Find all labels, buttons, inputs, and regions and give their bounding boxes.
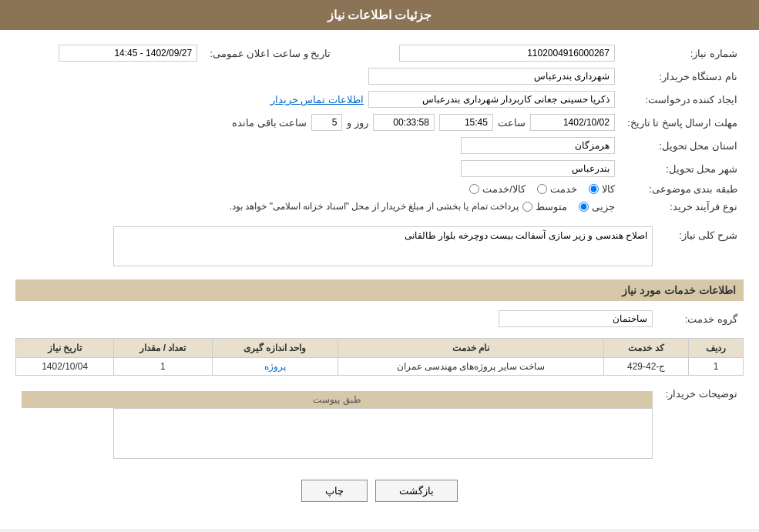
back-button[interactable]: بازگشت — [375, 480, 458, 502]
table-row: مهلت ارسال پاسخ تا تاریخ: ساعت روز و ساع… — [15, 111, 744, 134]
process-jozyi-item: جزیی — [579, 201, 615, 212]
city-label: شهر محل تحویل: — [621, 157, 744, 180]
category-khedmat-label: خدمت — [550, 183, 577, 195]
process-type-label: نوع فرآیند خرید: — [621, 198, 744, 216]
table-row: طبقه بندی موضوعی: کالا خدمت کالا/خدمت — [15, 180, 744, 198]
general-desc-label: شرح کلی نیاز: — [659, 223, 744, 272]
process-radio-group: جزیی متوسط — [522, 201, 615, 212]
creator-input[interactable] — [368, 91, 615, 108]
table-row: شهر محل تحویل: — [15, 157, 744, 180]
category-kala-label: کالا — [602, 183, 615, 195]
col-service-code: کد خدمت — [604, 339, 689, 358]
need-number-label: شماره نیاز: — [621, 42, 744, 65]
buyer-notes-label: توضیحات خریدار: — [659, 382, 744, 464]
category-khedmat-item: خدمت — [537, 183, 577, 195]
city-cell — [15, 157, 621, 180]
table-row: شرح کلی نیاز: اصلاح هندسی و زیر سازی آسف… — [15, 223, 744, 272]
table-row: توضیحات خریدار: طبق پیوست — [15, 382, 744, 464]
creator-label: ایجاد کننده درخواست: — [621, 88, 744, 111]
response-time-input[interactable] — [439, 114, 493, 131]
category-kala-khedmat-item: کالا/خدمت — [469, 183, 526, 195]
category-kala-khedmat-label: کالا/خدمت — [482, 183, 526, 195]
table-row: ایجاد کننده درخواست: اطلاعات تماس خریدار — [15, 88, 744, 111]
city-input[interactable] — [461, 160, 615, 177]
days-label: روز و — [347, 117, 368, 129]
info-table: شماره نیاز: تاریخ و ساعت اعلان عمومی: نا… — [15, 42, 744, 216]
cell-service-name: ساخت سایر پروژه‌های مهندسی عمران — [338, 358, 604, 376]
announce-date-input[interactable] — [59, 45, 197, 62]
print-button[interactable]: چاپ — [301, 480, 368, 502]
response-date-input[interactable] — [530, 114, 615, 131]
col-row-num: ردیف — [688, 339, 743, 358]
button-bar: بازگشت چاپ — [15, 480, 744, 502]
category-khedmat-radio[interactable] — [537, 184, 547, 194]
days-input[interactable] — [311, 114, 342, 131]
service-group-cell — [15, 307, 659, 330]
cell-unit: پروژه — [212, 358, 338, 376]
services-table-body: 1 ج-42-429 ساخت سایر پروژه‌های مهندسی عم… — [16, 358, 744, 376]
table-row: نوع فرآیند خرید: جزیی متوسط — [15, 198, 744, 216]
col-unit: واحد اندازه گیری — [212, 339, 338, 358]
remaining-time-input[interactable] — [373, 114, 435, 131]
col-service-name: نام خدمت — [338, 339, 604, 358]
buyer-notes-cell: طبق پیوست — [15, 382, 659, 464]
announce-date-label: تاریخ و ساعت اعلان عمومی: — [203, 42, 337, 65]
cell-quantity: 1 — [114, 358, 212, 376]
buyer-notes-table: توضیحات خریدار: طبق پیوست — [15, 382, 744, 464]
table-row: 1 ج-42-429 ساخت سایر پروژه‌های مهندسی عم… — [16, 358, 744, 376]
province-label: استان محل تحویل: — [621, 134, 744, 157]
attachment-label: طبق پیوست — [22, 391, 653, 408]
service-group-table: گروه خدمت: — [15, 307, 744, 330]
buyer-org-cell — [15, 65, 621, 88]
service-group-input[interactable] — [499, 310, 653, 327]
cell-row-num: 1 — [688, 358, 743, 376]
buyer-org-label: نام دستگاه خریدار: — [621, 65, 744, 88]
province-cell — [15, 134, 621, 157]
table-row: استان محل تحویل: — [15, 134, 744, 157]
process-jozyi-label: جزیی — [592, 201, 615, 212]
general-desc-cell: اصلاح هندسی و زیر سازی آسفالت بیست دوچرخ… — [15, 223, 659, 272]
process-type-row: جزیی متوسط پرداخت تمام یا بخشی از مبلغ خ… — [22, 201, 615, 212]
page-title: جزئیات اطلاعات نیاز — [327, 8, 432, 22]
process-description: پرداخت تمام یا بخشی از مبلغ خریدار از مح… — [230, 201, 519, 212]
contact-link[interactable]: اطلاعات تماس خریدار — [270, 94, 364, 105]
cell-need-date: 1402/10/04 — [16, 358, 114, 376]
buyer-org-input[interactable] — [368, 68, 615, 85]
response-time-label: ساعت — [498, 117, 526, 129]
category-kala-item: کالا — [589, 183, 615, 195]
category-label: طبقه بندی موضوعی: — [621, 180, 744, 198]
services-table-header: ردیف کد خدمت نام خدمت واحد اندازه گیری ت… — [16, 339, 744, 358]
category-kala-radio[interactable] — [589, 184, 599, 194]
category-cell: کالا خدمت کالا/خدمت — [15, 180, 621, 198]
table-row: نام دستگاه خریدار: — [15, 65, 744, 88]
cell-service-code: ج-42-429 — [604, 358, 689, 376]
buyer-notes-textarea[interactable] — [113, 408, 653, 459]
process-mottavaset-item: متوسط — [522, 201, 567, 212]
process-mottavaset-radio[interactable] — [522, 202, 532, 212]
announce-date-cell — [15, 42, 203, 65]
general-desc-textarea[interactable]: اصلاح هندسی و زیر سازی آسفالت بیست دوچرخ… — [113, 226, 653, 266]
general-desc-table: شرح کلی نیاز: اصلاح هندسی و زیر سازی آسف… — [15, 223, 744, 272]
services-table: ردیف کد خدمت نام خدمت واحد اندازه گیری ت… — [15, 338, 744, 376]
process-jozyi-radio[interactable] — [579, 202, 589, 212]
need-number-input[interactable] — [399, 45, 615, 62]
need-number-cell — [337, 42, 621, 65]
category-kala-khedmat-radio[interactable] — [469, 184, 479, 194]
creator-cell: اطلاعات تماس خریدار — [15, 88, 621, 111]
service-group-label: گروه خدمت: — [659, 307, 744, 330]
category-radio-group: کالا خدمت کالا/خدمت — [469, 183, 615, 195]
province-input[interactable] — [461, 137, 615, 154]
remaining-label: ساعت باقی مانده — [232, 117, 307, 129]
services-section-header: اطلاعات خدمات مورد نیاز — [15, 279, 744, 301]
col-need-date: تاریخ نیاز — [16, 339, 114, 358]
response-deadline-label: مهلت ارسال پاسخ تا تاریخ: — [621, 111, 744, 134]
header-row: ردیف کد خدمت نام خدمت واحد اندازه گیری ت… — [16, 339, 744, 358]
process-type-cell: جزیی متوسط پرداخت تمام یا بخشی از مبلغ خ… — [15, 198, 621, 216]
table-row: گروه خدمت: — [15, 307, 744, 330]
notes-section: طبق پیوست — [22, 391, 653, 461]
table-row: شماره نیاز: تاریخ و ساعت اعلان عمومی: — [15, 42, 744, 65]
process-mottavaset-label: متوسط — [536, 201, 567, 212]
col-quantity: تعداد / مقدار — [114, 339, 212, 358]
page-wrapper: جزئیات اطلاعات نیاز شماره نیاز: تاریخ و … — [0, 0, 759, 529]
response-deadline-cell: ساعت روز و ساعت باقی مانده — [15, 111, 621, 134]
